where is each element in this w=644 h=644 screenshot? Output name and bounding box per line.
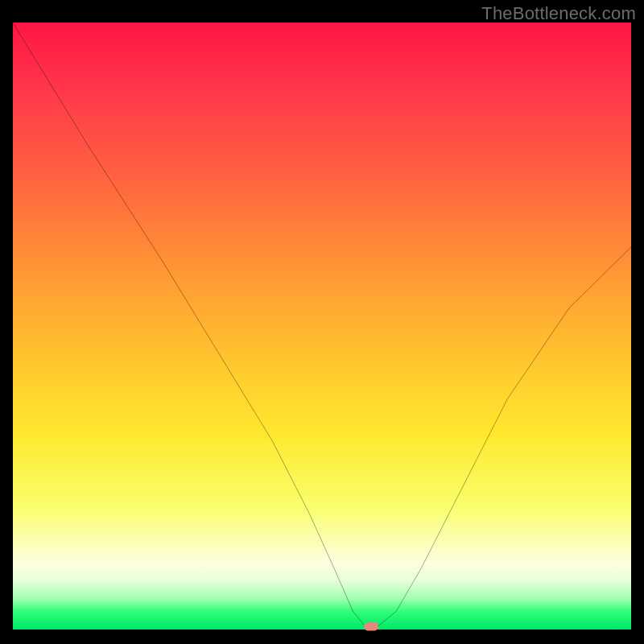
watermark-text: TheBottleneck.com <box>481 3 636 24</box>
plot-area <box>13 23 631 630</box>
optimal-point-marker <box>364 622 378 631</box>
bottleneck-curve <box>13 23 631 630</box>
chart-frame: TheBottleneck.com <box>0 0 644 644</box>
